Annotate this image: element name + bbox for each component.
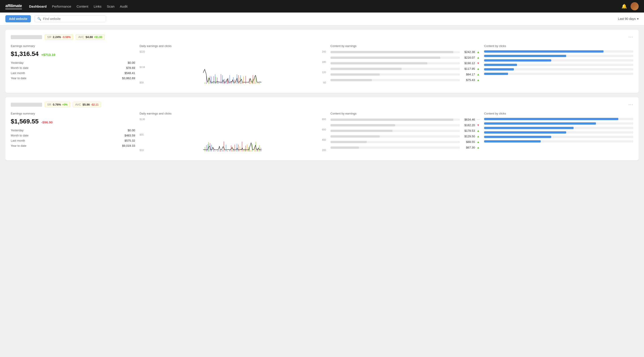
avc-badge: AVC $4.88 +$1.93: [76, 34, 105, 40]
content-bar-bg: [330, 73, 460, 76]
content-clicks-row: [484, 59, 633, 62]
toolbar: Add website 🔍 Last 90 days ▾: [0, 12, 644, 25]
nav-link-dashboard[interactable]: Dashboard: [29, 4, 46, 8]
content-clicks-row: [484, 140, 633, 142]
search-input[interactable]: [43, 17, 103, 20]
nav-link-content[interactable]: Content: [76, 4, 88, 8]
chevron-down-icon: ▾: [637, 17, 639, 20]
svg-rect-21: [218, 82, 219, 84]
svg-rect-7: [208, 78, 209, 84]
svg-rect-43: [234, 80, 235, 84]
chart-y-right-labels: 24018012060: [322, 50, 326, 84]
svg-rect-67: [252, 80, 252, 84]
content-bar-bg: [330, 68, 460, 70]
content-clicks-title: Content by clicks: [484, 112, 633, 115]
svg-rect-128: [238, 145, 238, 152]
clicks-bar-bg: [484, 131, 633, 134]
earnings-row-label: Month to date: [11, 66, 28, 70]
svg-rect-135: [243, 150, 244, 152]
content-bar: [330, 68, 402, 70]
nav-link-audit[interactable]: Audit: [120, 4, 128, 8]
earnings-row: Last month $548.41: [11, 71, 135, 75]
avc-badge: AVC $5.86 -$2.11: [73, 102, 101, 107]
content-bar-bg: [330, 135, 460, 138]
content-by-earnings: Content by earnings $242.38 ▲: [330, 44, 480, 88]
clicks-bar: [484, 55, 566, 57]
earnings-summary: Earnings summary $1,316.54 +$713.10 Yest…: [11, 44, 135, 88]
svg-rect-104: [221, 151, 221, 152]
content-earnings-row: $242.38 ▲: [330, 50, 480, 54]
svg-rect-24: [221, 74, 221, 84]
clicks-bar-bg: [484, 50, 633, 52]
nav-link-performance[interactable]: Performance: [52, 4, 71, 8]
content-clicks-rows: [484, 118, 633, 142]
clicks-bar: [484, 64, 517, 66]
card-body: Earnings summary $1,569.55 -$96.90 Yeste…: [11, 112, 633, 156]
svg-rect-36: [230, 75, 230, 84]
nav-links: Dashboard Performance Content Links Scan…: [29, 4, 614, 8]
content-clicks-row: [484, 68, 633, 70]
content-clicks-row: [484, 50, 633, 52]
arrow-up-icon: ▲: [477, 129, 480, 132]
earnings-row-value: $9,019.33: [122, 144, 135, 148]
sr-badge: SR 0.76% +0%: [45, 102, 70, 107]
arrow-up-icon: ▲: [477, 146, 480, 149]
content-by-earnings: Content by earnings $634.46 —: [330, 112, 480, 156]
clicks-bar: [484, 68, 514, 70]
content-clicks-row: [484, 55, 633, 57]
content-bar: [330, 62, 428, 64]
content-earnings-value: $242.38: [462, 50, 475, 54]
content-bar-bg: [330, 79, 460, 81]
earnings-rows: Yesterday $0.00 Month to date $483.59 La…: [11, 128, 135, 148]
svg-rect-68: [253, 75, 253, 84]
card-1: SR 0.76% +0% AVC $5.86 -$2.11 ··· Earnin…: [5, 97, 639, 160]
svg-rect-116: [230, 150, 230, 152]
content-bar: [330, 56, 440, 59]
earnings-summary-title: Earnings summary: [11, 112, 135, 115]
arrow-up-icon: ▲: [477, 50, 480, 54]
content-earnings-value: $634.46: [462, 118, 475, 121]
nav-link-scan[interactable]: Scan: [107, 4, 114, 8]
earnings-row: Last month $575.32: [11, 139, 135, 142]
svg-rect-99: [217, 150, 218, 152]
add-website-button[interactable]: Add website: [5, 15, 31, 22]
nav-link-links[interactable]: Links: [94, 4, 102, 8]
clicks-bar: [484, 140, 541, 142]
avatar[interactable]: [630, 2, 639, 10]
navbar: affilimate Dashboard Performance Content…: [0, 0, 644, 12]
content-clicks-row: [484, 73, 633, 75]
earnings-row: Month to date $78.69: [11, 66, 135, 70]
notification-bell-icon[interactable]: 🔔: [622, 4, 627, 9]
date-range-label: Last 90 days: [618, 17, 636, 20]
clicks-bar: [484, 59, 551, 62]
clicks-bar: [484, 136, 551, 138]
earnings-row-value: $0.00: [128, 61, 135, 64]
clicks-bar: [484, 50, 604, 52]
clicks-bar-bg: [484, 55, 633, 57]
content-earnings-row: $75.43 ▲: [330, 78, 480, 82]
content-bar: [330, 73, 380, 76]
date-range-selector[interactable]: Last 90 days ▾: [618, 17, 639, 20]
svg-rect-103: [220, 150, 220, 152]
earnings-row: Yesterday $0.00: [11, 128, 135, 132]
card-header: SR 0.76% +0% AVC $5.86 -$2.11 ···: [11, 102, 633, 107]
svg-rect-84: [206, 145, 206, 152]
arrow-up-icon: ▲: [477, 78, 480, 82]
card-menu-button[interactable]: ···: [628, 35, 633, 39]
clicks-bar-bg: [484, 140, 633, 142]
content-bar: [330, 124, 395, 126]
content-earnings-value: $178.53: [462, 129, 475, 132]
earnings-row-value: $483.59: [124, 134, 135, 137]
card-menu-button[interactable]: ···: [628, 102, 633, 107]
chart-svg-area: [148, 118, 317, 152]
earnings-main-value: $1,316.54: [11, 50, 39, 57]
earnings-row-label: Last month: [11, 71, 25, 75]
content-bar: [330, 51, 453, 53]
earnings-change: +$713.10: [41, 53, 55, 56]
content-bar-bg: [330, 130, 460, 132]
svg-rect-19: [217, 78, 218, 84]
content-clicks-row: [484, 122, 633, 124]
svg-rect-50: [240, 78, 240, 84]
arrow-up-icon: ▲: [477, 67, 480, 70]
content-earnings-row: $129.50 ▲: [330, 135, 480, 138]
